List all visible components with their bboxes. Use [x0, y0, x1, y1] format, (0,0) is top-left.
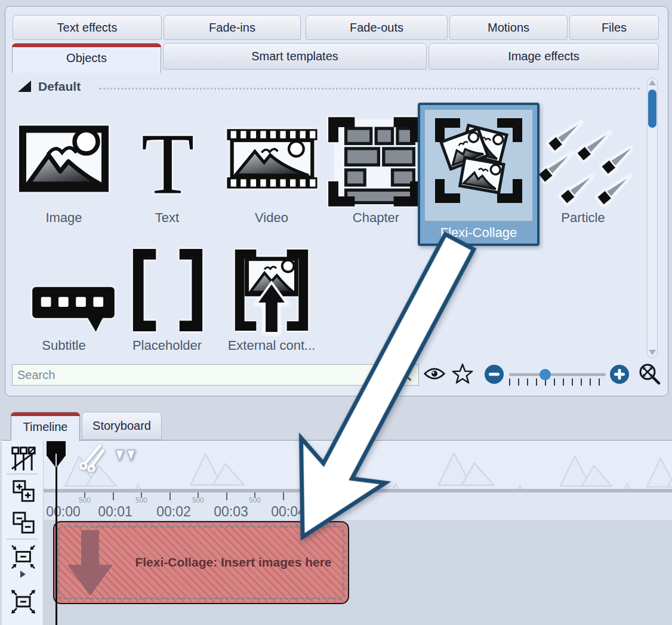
expand-all-icon[interactable]: [12, 479, 36, 503]
object-label-video: Video: [236, 210, 307, 226]
mountain-watermark-icon: [187, 449, 246, 488]
particle-icon[interactable]: [538, 115, 631, 213]
scrollbar-down-icon[interactable]: [649, 350, 656, 355]
tab-label: Files: [602, 21, 627, 35]
tab-label: Text effects: [57, 21, 118, 35]
favorites-star-icon[interactable]: [451, 363, 474, 385]
tab-files[interactable]: Files: [569, 15, 659, 40]
timeline-zoom-all-icon[interactable]: [10, 589, 36, 615]
search-input[interactable]: [12, 364, 392, 386]
section-title: Default: [38, 79, 81, 94]
drop-arrow-icon: [67, 529, 113, 597]
timeline-left-toolbar: [2, 441, 44, 625]
playhead-marker[interactable]: [46, 441, 66, 469]
object-label-external-content: External cont...: [221, 338, 322, 353]
tab-label: Motions: [488, 21, 529, 35]
tab-text-effects[interactable]: Text effects: [13, 15, 162, 40]
ruler-subtick-label: 500: [186, 496, 210, 504]
object-tile-flexi-collage-selected[interactable]: Flexi-Collage: [418, 103, 540, 246]
tab-image-effects[interactable]: Image effects: [429, 43, 659, 70]
timeline-watermarks: [44, 441, 672, 489]
tab-label: Objects: [66, 51, 107, 65]
scissors-icon[interactable]: [78, 444, 106, 472]
tab-label: Fade-outs: [350, 21, 403, 35]
collapse-all-icon[interactable]: [12, 511, 36, 535]
ruler-subtick-label: 500: [243, 496, 267, 504]
ruler-minor-ticks: [84, 492, 343, 497]
tab-smart-templates[interactable]: Smart templates: [163, 43, 427, 70]
ruler-time-label: 00:00: [39, 504, 87, 520]
object-label-text: Text: [131, 210, 203, 226]
text-icon[interactable]: T: [135, 119, 201, 205]
zoom-in-icon[interactable]: [609, 364, 630, 384]
toolbar-divider: [7, 538, 38, 540]
toolbar-divider: [7, 473, 38, 475]
chapter-icon[interactable]: [327, 115, 421, 209]
tab-label: Storyboard: [93, 419, 151, 433]
section-divider: [99, 88, 640, 90]
scrollbar-up-icon[interactable]: [649, 80, 656, 85]
tab-timeline[interactable]: Timeline: [11, 412, 80, 441]
ruler-time-label: 00:04: [264, 504, 312, 520]
mountain-watermark-icon: [378, 479, 435, 489]
object-label-flexi-collage: Flexi-Collage: [420, 225, 537, 241]
drop-target-label: Flexi-Collage: Insert images here: [120, 555, 347, 569]
placeholder-icon[interactable]: [127, 246, 209, 334]
flexi-collage-icon: [434, 116, 523, 205]
clear-x-icon: [397, 367, 414, 383]
object-label-image: Image: [28, 210, 100, 226]
submenu-arrow-icon[interactable]: [20, 571, 26, 578]
object-label-subtitle: Subtitle: [28, 338, 100, 353]
zoom-slider-track[interactable]: [509, 373, 606, 376]
object-label-particle: Particle: [547, 210, 619, 226]
video-icon[interactable]: [226, 124, 319, 193]
split-icon[interactable]: [115, 449, 137, 463]
visibility-eye-icon[interactable]: [423, 366, 446, 381]
svg-text:T: T: [141, 119, 195, 205]
ruler-time-label: 00:01: [91, 504, 139, 520]
zoom-reset-icon[interactable]: [637, 362, 662, 387]
search-clear-button[interactable]: [392, 364, 419, 386]
mountain-watermark-icon: [557, 451, 614, 488]
tab-storyboard[interactable]: Storyboard: [82, 412, 162, 440]
tab-label: Fade-ins: [209, 21, 255, 35]
subtitle-icon[interactable]: [30, 277, 117, 334]
image-icon[interactable]: [19, 125, 109, 192]
mountain-watermark-icon: [434, 448, 497, 488]
mountain-watermark-icon: [312, 452, 367, 488]
scrollbar-thumb[interactable]: [648, 90, 656, 128]
zoom-slider-ticks: [509, 378, 602, 386]
tracks-icon[interactable]: [10, 446, 36, 471]
zoom-slider-thumb[interactable]: [540, 369, 551, 380]
ruler-subtick-label: 500: [130, 496, 153, 504]
external-content-icon[interactable]: [230, 246, 313, 334]
tab-label: Image effects: [508, 50, 579, 63]
ruler-time-label: 00:02: [150, 504, 198, 520]
mountain-watermark-icon: [611, 479, 664, 489]
flexi-collage-drop-target[interactable]: Flexi-Collage: Insert images here: [53, 521, 349, 604]
tab-label: Timeline: [23, 420, 68, 434]
timeline-zoom-fit-icon[interactable]: [11, 544, 36, 569]
ruler-time-label: 00:03: [207, 504, 255, 520]
tab-fade-outs[interactable]: Fade-outs: [306, 15, 448, 40]
tab-fade-ins[interactable]: Fade-ins: [164, 15, 301, 40]
tab-label: Smart templates: [251, 50, 338, 63]
section-collapse-triangle-icon[interactable]: [18, 81, 31, 92]
mountain-watermark-icon: [503, 481, 557, 489]
object-label-placeholder: Placeholder: [125, 338, 209, 353]
ruler-subtick-label: 500: [73, 496, 97, 504]
zoom-out-icon[interactable]: [484, 364, 504, 384]
tab-objects[interactable]: Objects: [12, 43, 161, 73]
tab-motions[interactable]: Motions: [449, 15, 568, 40]
playhead-line[interactable]: [56, 464, 57, 625]
object-label-chapter: Chapter: [340, 210, 412, 226]
mountain-watermark-icon: [121, 480, 175, 489]
